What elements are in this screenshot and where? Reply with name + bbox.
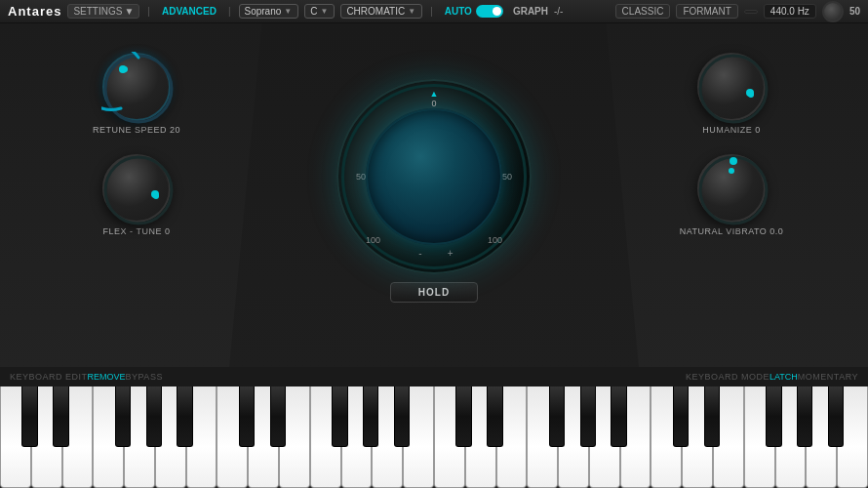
white-key[interactable] xyxy=(744,386,775,488)
vibrato-knob[interactable] xyxy=(697,154,766,223)
black-key[interactable] xyxy=(766,386,781,447)
formant-button[interactable]: FORMANT xyxy=(676,4,737,19)
bypass-label: BYPASS xyxy=(126,372,163,382)
black-key[interactable] xyxy=(394,386,410,447)
knob-plus: + xyxy=(448,248,454,259)
flex-tune-label: FLEX - TUNE 0 xyxy=(103,226,171,236)
keyboard-strip: KEYBOARD EDIT REMOVE BYPASS KEYBOARD MOD… xyxy=(0,367,868,386)
divider3: | xyxy=(430,6,433,17)
scale-dropdown[interactable]: CHROMATIC ▼ xyxy=(340,4,422,19)
black-key[interactable] xyxy=(363,386,378,447)
keyboard-area: KEYBOARD EDIT REMOVE BYPASS KEYBOARD MOD… xyxy=(0,367,868,488)
graph-icon: -/- xyxy=(554,6,563,17)
settings-button[interactable]: SETTINGS ▼ xyxy=(67,4,139,19)
flex-tune-group: FLEX - TUNE 0 xyxy=(102,154,171,236)
white-key[interactable] xyxy=(310,386,341,488)
mode-label: KEYBOARD MODE xyxy=(686,372,769,382)
retune-speed-label: RETUNE SPEED 20 xyxy=(93,125,180,135)
top-bar: Antares SETTINGS ▼ | ADVANCED | Soprano … xyxy=(0,0,868,23)
humanize-knob[interactable] xyxy=(697,53,766,121)
piano-keyboard xyxy=(0,386,868,488)
black-key[interactable] xyxy=(828,386,844,447)
knob-tick-top: ▲ xyxy=(430,89,439,99)
black-key[interactable] xyxy=(115,386,131,447)
freq-display: 440.0 Hz xyxy=(764,4,816,19)
retune-speed-knob[interactable] xyxy=(102,53,171,121)
knob-label-100-left: 100 xyxy=(366,235,380,245)
vibrato-group: NATURAL VIBRATO 0.0 xyxy=(680,154,784,236)
white-key[interactable] xyxy=(527,386,558,488)
knob-minus: - xyxy=(418,248,421,259)
svg-point-0 xyxy=(105,56,172,122)
knob-label-50-right: 50 xyxy=(502,172,512,182)
black-key[interactable] xyxy=(549,386,565,447)
classic-button[interactable]: CLASSIC xyxy=(615,4,671,19)
divider2: | xyxy=(228,6,231,17)
black-key[interactable] xyxy=(580,386,596,447)
black-key[interactable] xyxy=(673,386,689,447)
knob-label-100-right: 100 xyxy=(488,235,502,245)
piano-wrapper xyxy=(0,386,868,488)
black-key[interactable] xyxy=(797,386,812,447)
black-key[interactable] xyxy=(611,386,626,447)
center-knob-area: 0 50 50 100 100 - + ▲ HOLD xyxy=(229,23,639,367)
white-key[interactable] xyxy=(0,386,31,488)
svg-point-3 xyxy=(151,190,159,198)
small-value: 50 xyxy=(849,6,860,17)
white-key[interactable] xyxy=(434,386,465,488)
svg-point-7 xyxy=(730,157,737,165)
top-knob[interactable] xyxy=(822,1,844,22)
flex-tune-knob[interactable] xyxy=(102,154,171,223)
svg-point-4 xyxy=(700,56,767,122)
main-area: RETUNE SPEED 20 FLEX - TUNE 0 0 50 xyxy=(0,23,868,367)
black-key[interactable] xyxy=(332,386,347,447)
humanize-group: HUMANIZE 0 xyxy=(697,53,766,135)
advanced-button[interactable]: ADVANCED xyxy=(158,5,220,18)
white-key[interactable] xyxy=(93,386,124,488)
white-key[interactable] xyxy=(651,386,682,488)
antares-logo: Antares xyxy=(8,4,61,19)
black-key[interactable] xyxy=(487,386,502,447)
white-key[interactable] xyxy=(217,386,248,488)
black-key[interactable] xyxy=(455,386,471,447)
retune-speed-group: RETUNE SPEED 20 xyxy=(93,53,180,135)
black-key[interactable] xyxy=(177,386,192,447)
value-display xyxy=(744,10,758,14)
svg-point-1 xyxy=(119,65,127,73)
divider: | xyxy=(147,6,150,17)
knob-label-0: 0 xyxy=(431,99,436,108)
vibrato-label: NATURAL VIBRATO 0.0 xyxy=(680,226,784,236)
key-dropdown[interactable]: C ▼ xyxy=(304,4,335,19)
svg-point-2 xyxy=(105,157,172,224)
white-keys xyxy=(0,386,868,488)
graph-label: GRAPH xyxy=(513,6,548,17)
keyboard-edit-label: KEYBOARD EDIT xyxy=(10,372,88,382)
pitch-knob-outer[interactable]: 0 50 50 100 100 - + ▲ xyxy=(336,79,532,274)
black-key[interactable] xyxy=(270,386,286,447)
black-key[interactable] xyxy=(146,386,162,447)
latch-link[interactable]: LATCH xyxy=(769,372,798,382)
pitch-knob-inner[interactable] xyxy=(366,108,502,245)
hold-button[interactable]: HOLD xyxy=(390,282,478,303)
black-key[interactable] xyxy=(239,386,255,447)
voice-dropdown[interactable]: Soprano ▼ xyxy=(239,4,299,19)
humanize-label: HUMANIZE 0 xyxy=(702,125,761,135)
auto-toggle-group: AUTO xyxy=(445,5,503,18)
black-key[interactable] xyxy=(704,386,720,447)
black-key[interactable] xyxy=(53,386,68,447)
black-key[interactable] xyxy=(21,386,37,447)
auto-toggle[interactable] xyxy=(476,5,503,18)
pitch-knob-container: 0 50 50 100 100 - + ▲ xyxy=(336,79,532,274)
momentary-label: MOMENTARY xyxy=(798,372,858,382)
svg-point-5 xyxy=(746,89,754,97)
svg-point-6 xyxy=(700,157,767,224)
auto-label: AUTO xyxy=(445,6,472,17)
remove-link[interactable]: REMOVE xyxy=(88,372,126,382)
knob-label-50-left: 50 xyxy=(356,172,366,182)
